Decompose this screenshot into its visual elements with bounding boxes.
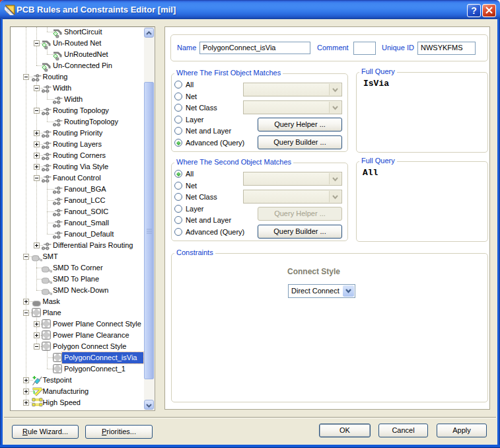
svg-text:?: ? <box>471 5 477 16</box>
